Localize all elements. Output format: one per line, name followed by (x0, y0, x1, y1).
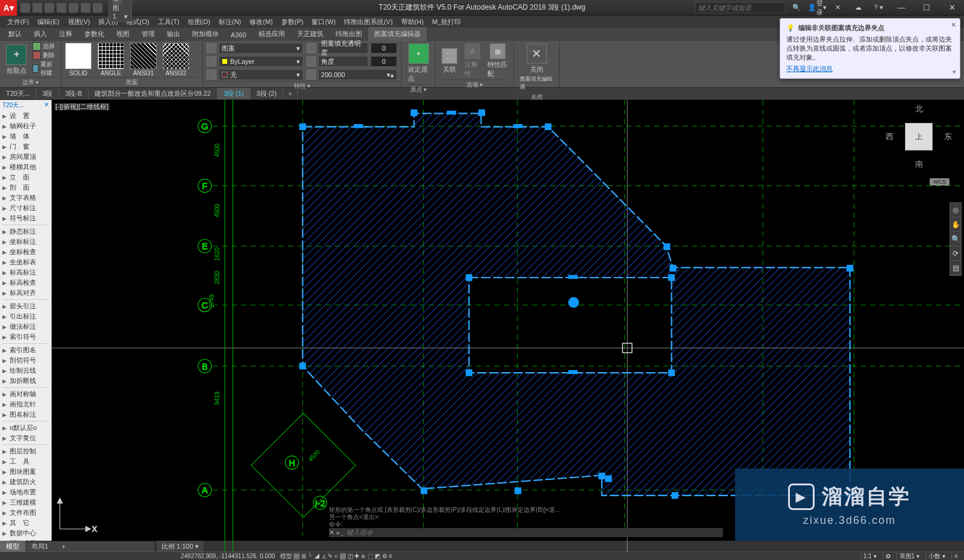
boundary-group-label[interactable]: 边界 ▾ (4, 77, 57, 87)
palette-item[interactable]: ▶生坐标表 (0, 257, 51, 267)
layout-tab-add[interactable]: ＋ (54, 541, 73, 552)
remove-boundary-button[interactable]: 删除 (33, 51, 57, 60)
palette-item[interactable]: ▶场地布置 (0, 487, 51, 497)
nav-zoom-icon[interactable]: 🔍 (950, 232, 961, 246)
qat-saveas-icon[interactable] (57, 3, 66, 13)
menu-batchplot[interactable]: M_批打印 (428, 16, 465, 28)
view-cube[interactable]: 北 南 东 西 上 (886, 104, 952, 170)
palette-item[interactable]: ▶剖 面 (0, 182, 51, 193)
swatch-angle[interactable]: ANGLE (98, 43, 124, 76)
layer-dropdown[interactable]: ByLayer▾ (219, 56, 303, 67)
menu-modify[interactable]: 修改(M) (246, 16, 277, 28)
bgcolor-dropdown[interactable]: 无▾ (219, 69, 303, 80)
palette-item[interactable]: ▶数据中心 (0, 528, 51, 538)
palette-item[interactable]: ▶剖切符号 (0, 355, 51, 366)
palette-item[interactable]: ▶墙 体 (0, 131, 51, 142)
rtab-insert[interactable]: 插入 (28, 27, 53, 41)
exchange-icon[interactable]: ✕ (828, 2, 847, 14)
pickpoints-button[interactable]: ✚ 拾取点 (4, 43, 29, 76)
close-hatch-editor-button[interactable]: ✕关闭图案填充编辑器 (518, 42, 556, 92)
status-units[interactable]: 小数 (928, 552, 941, 561)
swatch-ansi32[interactable]: ANSI32 (163, 43, 189, 76)
palette-item[interactable]: ▶文字复位 (0, 433, 51, 443)
palette-item[interactable]: ▶符号标注 (0, 213, 51, 223)
nav-pan-icon[interactable]: ✋ (950, 217, 961, 232)
palette-item[interactable]: ▶楼梯其他 (0, 162, 51, 172)
palette-item[interactable]: ▶做法标注 (0, 322, 51, 332)
nav-wheel-icon[interactable]: ◎ (950, 203, 961, 217)
status-custom-icon[interactable]: ≡ (954, 553, 958, 559)
menu-dim[interactable]: 标注(N) (215, 16, 245, 28)
status-gear-icon[interactable]: ✿ (886, 553, 890, 559)
palette-item[interactable]: ▶图名标注 (0, 409, 51, 420)
menu-param[interactable]: 参数(P) (278, 16, 307, 28)
rtab-hatch-editor[interactable]: 图案填充编辑器 (368, 27, 427, 41)
viewcube-north[interactable]: 北 (915, 104, 923, 114)
recreate-boundary-button[interactable]: 重新创建 (33, 60, 57, 77)
notification-expand-icon[interactable]: ▾ (953, 68, 956, 76)
palette-item[interactable]: ▶房间屋顶 (0, 152, 51, 162)
rtab-manage[interactable]: 管理 (136, 27, 161, 41)
palette-item[interactable]: ▶坐标检查 (0, 247, 51, 257)
palette-item[interactable]: ▶标高标注 (0, 267, 51, 278)
palette-item[interactable]: ▶静态标注 (0, 226, 51, 237)
palette-item[interactable]: ▶建筑防火 (0, 477, 51, 487)
qat-open-icon[interactable] (33, 3, 42, 13)
notification-close-icon[interactable]: ✕ (951, 21, 956, 29)
palette-item[interactable]: ▶索引图名 (0, 345, 51, 355)
rtab-output[interactable]: 输出 (161, 27, 186, 41)
swatch-solid[interactable]: SOLID (65, 43, 92, 76)
status-annoscale[interactable]: 1:1 ▾ (863, 553, 877, 559)
file-tab-2[interactable]: 3段-B (59, 88, 89, 99)
angle-value[interactable]: 0 (371, 56, 397, 67)
palette-item[interactable]: ▶箭头引注 (0, 301, 51, 311)
nav-orbit-icon[interactable]: ⟳ (950, 246, 961, 261)
qat-redo-icon[interactable] (93, 3, 102, 13)
file-tab-1[interactable]: 3段 (36, 88, 59, 99)
maximize-button[interactable]: ☐ (915, 0, 939, 16)
menu-wh[interactable]: 纬衡出图系统(V) (340, 16, 396, 28)
close-button[interactable]: ✕ (940, 0, 964, 16)
palette-item[interactable]: ▶图层控制 (0, 446, 51, 456)
notification-link[interactable]: 不再显示此消息 (786, 65, 833, 72)
associative-button[interactable]: ⛶关联 (439, 47, 460, 75)
options-group-label[interactable]: 选项 ▾ (439, 79, 510, 90)
cmd-recent-icon[interactable]: ▸_ (337, 529, 344, 537)
viewcube-face[interactable]: 上 (905, 123, 933, 151)
qat-plot-icon[interactable] (69, 3, 78, 13)
palette-item[interactable]: ▶三维建模 (0, 497, 51, 508)
palette-item[interactable]: ▶标高对齐 (0, 288, 51, 298)
swatch-ansi31[interactable]: ANSI31 (130, 43, 157, 76)
file-tab-5[interactable]: 3段 (2) (251, 88, 284, 99)
palette-item[interactable]: ▶画对称轴 (0, 389, 51, 399)
rtab-a360[interactable]: A360 (225, 29, 252, 41)
rtab-featured[interactable]: 精选应用 (252, 27, 291, 41)
palette-item[interactable]: ▶加折断线 (0, 376, 51, 386)
palette-item[interactable]: ▶立 面 (0, 172, 51, 182)
opacity-value[interactable]: 0 (371, 43, 397, 54)
menu-tools[interactable]: 工具(T) (154, 16, 183, 28)
qat-new-icon[interactable] (20, 3, 30, 13)
nav-showui-icon[interactable]: ▤ (950, 261, 961, 275)
signin-button[interactable]: 👤 登录 ▾ (807, 2, 827, 14)
cmd-close-icon[interactable]: ✕ (329, 529, 334, 537)
status-workspace[interactable]: 草图1 (900, 552, 915, 561)
rtab-addons[interactable]: 附加模块 (186, 27, 225, 41)
palette-item[interactable]: ▶工 具 (0, 456, 51, 467)
palette-item[interactable]: ▶设 置 (0, 111, 51, 121)
help-search-input[interactable] (695, 2, 786, 13)
viewcube-west[interactable]: 西 (886, 131, 894, 142)
match-props-button[interactable]: ▦特性匹配 (485, 42, 510, 79)
palette-item[interactable]: ▶标高检查 (0, 278, 51, 288)
rtab-annot[interactable]: 注释 (53, 27, 78, 41)
cloud-icon[interactable]: ☁ (848, 2, 868, 14)
menu-draw[interactable]: 绘图(D) (184, 16, 214, 28)
layout-tab-1[interactable]: 布局1 (25, 541, 54, 552)
set-origin-button[interactable]: ✦设定原点 (405, 42, 431, 84)
command-line[interactable]: 矩形的第一个角点或 [表形裁剪(C)/多边形裁剪(P)/多段线定边界(L)/图块… (329, 506, 723, 537)
qat-save-icon[interactable] (45, 3, 54, 13)
annotative-button[interactable]: A注释性 (462, 42, 483, 79)
viewport-label[interactable]: [-][俯视][二维线框] (54, 102, 110, 111)
drawing-canvas[interactable]: [-][俯视][二维线框] (52, 100, 964, 541)
palette-item[interactable]: ▶绘制云线 (0, 366, 51, 376)
